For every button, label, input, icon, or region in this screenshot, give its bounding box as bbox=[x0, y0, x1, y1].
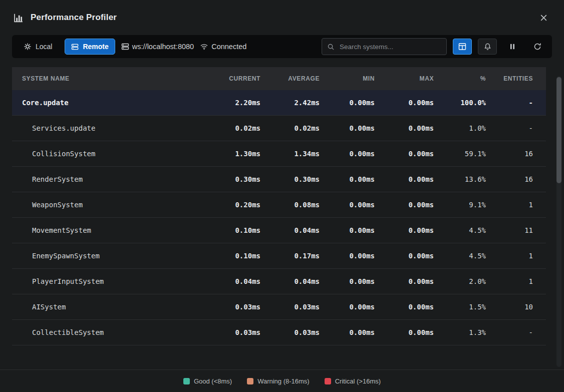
cell-min: 0.00ms bbox=[320, 277, 375, 285]
cell-min: 0.00ms bbox=[320, 99, 375, 107]
cell-entities: - bbox=[486, 124, 546, 132]
cell-entities: 11 bbox=[486, 226, 546, 234]
table-row[interactable]: Services.update0.02ms0.02ms0.00ms0.00ms1… bbox=[12, 116, 546, 141]
systems-table: SYSTEM NAMECURRENTAVERAGEMINMAX%ENTITIES… bbox=[12, 67, 546, 345]
cell-average: 0.08ms bbox=[260, 201, 320, 209]
page-title: Performance Profiler bbox=[31, 13, 117, 23]
cell-max: 0.00ms bbox=[375, 124, 434, 132]
table-row[interactable]: PlayerInputSystem0.04ms0.04ms0.00ms0.00m… bbox=[12, 269, 546, 294]
table-row[interactable]: MovementSystem0.10ms0.04ms0.00ms0.00ms4.… bbox=[12, 218, 546, 243]
cell-percent: 1.5% bbox=[434, 303, 486, 311]
cell-max: 0.00ms bbox=[375, 252, 434, 260]
legend-label: Critical (>16ms) bbox=[335, 377, 381, 385]
table-row[interactable]: Core.update2.20ms2.42ms0.00ms0.00ms100.0… bbox=[12, 90, 546, 116]
cell-entities: - bbox=[486, 99, 546, 107]
cell-system-name: Services.update bbox=[12, 124, 193, 132]
cell-max: 0.00ms bbox=[375, 175, 434, 183]
cell-average: 0.30ms bbox=[260, 175, 320, 183]
local-mode-button[interactable]: Local bbox=[17, 39, 59, 55]
cell-average: 0.04ms bbox=[260, 277, 320, 285]
cell-entities: 10 bbox=[486, 303, 546, 311]
cell-system-name: MovementSystem bbox=[12, 226, 193, 234]
cell-current: 0.04ms bbox=[193, 277, 260, 285]
cell-min: 0.00ms bbox=[320, 328, 375, 336]
cell-min: 0.00ms bbox=[320, 150, 375, 158]
connection-status: Connected bbox=[200, 43, 246, 51]
search-input[interactable] bbox=[339, 43, 441, 51]
title-bar: Performance Profiler bbox=[0, 0, 564, 35]
legend-swatch bbox=[247, 378, 253, 384]
scrollbar-track[interactable] bbox=[556, 76, 561, 367]
cell-current: 2.20ms bbox=[193, 99, 260, 107]
table-view-button[interactable] bbox=[453, 39, 472, 55]
cell-percent: 2.0% bbox=[434, 277, 486, 285]
scrollbar-thumb[interactable] bbox=[556, 77, 561, 183]
cell-current: 0.03ms bbox=[193, 303, 260, 311]
cell-percent: 59.1% bbox=[434, 150, 486, 158]
cell-current: 0.20ms bbox=[193, 201, 260, 209]
pause-icon bbox=[509, 43, 516, 50]
cell-system-name: AISystem bbox=[12, 303, 193, 311]
refresh-button[interactable] bbox=[528, 39, 547, 55]
cell-average: 0.17ms bbox=[260, 252, 320, 260]
cell-percent: 9.1% bbox=[434, 201, 486, 209]
column-header[interactable]: % bbox=[434, 75, 486, 82]
cell-max: 0.00ms bbox=[375, 277, 434, 285]
cell-system-name: WeaponSystem bbox=[12, 201, 193, 209]
table-row[interactable]: AISystem0.03ms0.03ms0.00ms0.00ms1.5%10 bbox=[12, 294, 546, 320]
cell-max: 0.00ms bbox=[375, 99, 434, 107]
legend-swatch bbox=[325, 378, 331, 384]
alerts-button[interactable] bbox=[478, 39, 497, 55]
cell-average: 1.34ms bbox=[260, 150, 320, 158]
cell-percent: 100.0% bbox=[434, 99, 486, 107]
search-box bbox=[322, 38, 447, 55]
cell-average: 0.04ms bbox=[260, 226, 320, 234]
cell-average: 2.42ms bbox=[260, 99, 320, 107]
table-row[interactable]: CollectibleSystem0.03ms0.03ms0.00ms0.00m… bbox=[12, 320, 546, 345]
cell-system-name: EnemySpawnSystem bbox=[12, 252, 193, 260]
cell-min: 0.00ms bbox=[320, 124, 375, 132]
cell-system-name: RenderSystem bbox=[12, 175, 193, 183]
close-icon bbox=[539, 14, 548, 22]
legend-item: Critical (>16ms) bbox=[325, 377, 381, 385]
table-row[interactable]: CollisionSystem1.30ms1.34ms0.00ms0.00ms5… bbox=[12, 141, 546, 167]
websocket-url-text: ws://localhost:8080 bbox=[132, 43, 194, 51]
column-header[interactable]: AVERAGE bbox=[260, 75, 320, 82]
cell-min: 0.00ms bbox=[320, 303, 375, 311]
cell-entities: - bbox=[486, 328, 546, 336]
cell-current: 0.30ms bbox=[193, 175, 260, 183]
cell-percent: 4.5% bbox=[434, 252, 486, 260]
cell-entities: 16 bbox=[486, 150, 546, 158]
table-row[interactable]: RenderSystem0.30ms0.30ms0.00ms0.00ms13.6… bbox=[12, 167, 546, 192]
close-button[interactable] bbox=[536, 10, 551, 25]
column-header[interactable]: MAX bbox=[375, 75, 434, 82]
cell-current: 0.03ms bbox=[193, 328, 260, 336]
column-header[interactable]: MIN bbox=[320, 75, 375, 82]
cell-min: 0.00ms bbox=[320, 252, 375, 260]
cell-entities: 1 bbox=[486, 277, 546, 285]
pause-button[interactable] bbox=[503, 39, 522, 55]
table-body: Core.update2.20ms2.42ms0.00ms0.00ms100.0… bbox=[12, 90, 546, 345]
table-row[interactable]: WeaponSystem0.20ms0.08ms0.00ms0.00ms9.1%… bbox=[12, 192, 546, 218]
server-icon bbox=[71, 43, 79, 51]
cell-average: 0.03ms bbox=[260, 328, 320, 336]
wifi-icon bbox=[200, 43, 208, 51]
remote-mode-button[interactable]: Remote bbox=[65, 39, 115, 55]
toolbar: Local Remote ws://localhost:8080 bbox=[12, 35, 552, 58]
cell-current: 0.10ms bbox=[193, 252, 260, 260]
cell-min: 0.00ms bbox=[320, 226, 375, 234]
cell-percent: 1.3% bbox=[434, 328, 486, 336]
cell-system-name: PlayerInputSystem bbox=[12, 277, 193, 285]
column-header[interactable]: ENTITIES bbox=[486, 75, 546, 82]
remote-mode-label: Remote bbox=[83, 43, 108, 51]
bar-chart-icon bbox=[13, 13, 24, 23]
cell-entities: 16 bbox=[486, 175, 546, 183]
column-header[interactable]: CURRENT bbox=[193, 75, 260, 82]
cell-system-name: CollectibleSystem bbox=[12, 328, 193, 336]
cell-current: 0.10ms bbox=[193, 226, 260, 234]
table-row[interactable]: EnemySpawnSystem0.10ms0.17ms0.00ms0.00ms… bbox=[12, 243, 546, 269]
bell-icon bbox=[484, 43, 491, 51]
column-header[interactable]: SYSTEM NAME bbox=[12, 75, 193, 82]
cell-max: 0.00ms bbox=[375, 150, 434, 158]
cell-system-name: Core.update bbox=[12, 99, 193, 107]
